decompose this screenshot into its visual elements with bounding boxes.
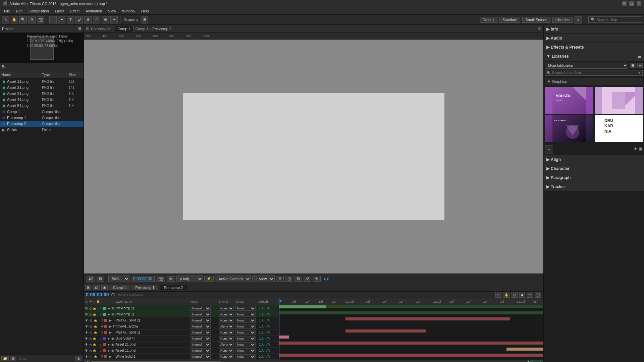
timeline-select-btn[interactable]: ↖ <box>495 292 501 298</box>
library-eye-btn[interactable]: 👁 <box>634 147 637 151</box>
tab-precomp2[interactable]: Pre-comp 2 <box>160 285 187 290</box>
parent-select[interactable]: None <box>235 342 256 347</box>
lock-icon[interactable]: 🔒 <box>93 343 96 347</box>
library-delete-btn[interactable]: 🗑 <box>639 146 643 151</box>
timeline-move-btn[interactable]: ✋ <box>503 292 510 298</box>
parent-select[interactable]: None <box>235 324 256 329</box>
track-select[interactable]: None <box>219 348 234 353</box>
lock-icon[interactable]: 🔒 <box>93 318 97 322</box>
mode-select[interactable]: Normal <box>191 336 211 341</box>
track-select[interactable]: None <box>219 336 234 341</box>
eraser-tool[interactable]: ◻ <box>93 16 100 23</box>
timeline-home-btn[interactable]: ⊞ <box>85 285 91 290</box>
lock-icon[interactable]: 🔒 <box>93 337 96 341</box>
expand-icon[interactable]: ▶ <box>108 355 112 359</box>
expand-icon[interactable]: ▶ <box>107 337 111 341</box>
expand-icon[interactable]: ▶ <box>108 330 112 335</box>
library-add-btn[interactable]: + <box>545 145 553 154</box>
expand-icon[interactable]: ▶ <box>108 318 112 322</box>
paragraph-title[interactable]: ▶ Paragraph <box>544 173 644 182</box>
pixel-aspect-btn[interactable]: ⊟ <box>294 276 302 282</box>
tracker-title[interactable]: ▶ Tracker <box>544 182 644 191</box>
layer-name[interactable]: [Pale G.. Solid 2] <box>115 318 191 322</box>
eye-icon[interactable]: 👁 <box>85 324 89 328</box>
expand-icon[interactable]: ▶ <box>107 312 111 316</box>
pen-tool[interactable]: ✒ <box>58 16 65 23</box>
mode-select[interactable]: Normal <box>191 330 211 335</box>
menu-layer[interactable]: Layer <box>52 8 67 14</box>
unified-camera[interactable]: 📷 <box>37 16 44 23</box>
info-title[interactable]: ▶ Info <box>544 25 644 34</box>
zoom-select[interactable]: 50%25%100% <box>108 276 129 282</box>
window-controls[interactable]: ─ □ ✕ <box>622 1 641 6</box>
list-item[interactable]: ▣ Asset 11.png PNG file 181 <box>0 78 84 84</box>
layer-name[interactable]: [Blue Solid 4] <box>115 337 191 340</box>
mode-select[interactable]: Normal <box>191 306 211 311</box>
workspace-libraries[interactable]: Libraries <box>552 17 573 23</box>
solo-icon[interactable]: ◎ <box>89 337 92 341</box>
library-thumbnail[interactable]: DRU KAR NIA <box>595 115 643 142</box>
snapping-toggle[interactable]: ⊞ <box>141 16 148 23</box>
tab-comp1[interactable]: Comp 1 <box>109 285 130 290</box>
new-folder-btn[interactable]: 📁 <box>1 356 9 361</box>
libraries-menu-btn[interactable]: ☰ <box>638 54 641 59</box>
character-title[interactable]: ▶ Character <box>544 164 644 173</box>
playback-settings-btn[interactable]: ⊙ <box>111 292 115 297</box>
mode-select[interactable]: Normal <box>191 348 211 353</box>
parent-select[interactable]: None <box>235 354 256 359</box>
expand-icon[interactable]: ▶ <box>107 306 111 310</box>
maximize-button[interactable]: □ <box>629 1 634 6</box>
snapshot-btn[interactable]: 📷 <box>156 276 165 282</box>
solo-icon[interactable]: ◎ <box>89 349 92 353</box>
timeline-zoom-in[interactable]: + <box>538 360 543 362</box>
library-list-btn[interactable]: ≡ <box>637 63 643 68</box>
list-item[interactable]: ▣ Asset 21.png PNG file 141 <box>0 84 84 90</box>
eye-icon[interactable]: 👁 <box>85 306 88 310</box>
menu-edit[interactable]: Edit <box>13 8 25 14</box>
tab-precomp1[interactable]: Pre-comp 1 <box>131 285 159 290</box>
stock-search-dropdown[interactable]: ▼ <box>638 71 641 75</box>
transparency-btn[interactable]: ◫ <box>285 276 293 282</box>
lock-icon[interactable]: 🔒 <box>93 349 96 353</box>
timeline-scrollbar[interactable]: ◀ ▶ − + <box>84 360 543 362</box>
mode-select[interactable]: Normal <box>191 318 211 323</box>
viewer-tab-comp1[interactable]: Comp 1 <box>115 26 133 32</box>
layer-name[interactable]: [Pre-comp 2] <box>115 306 191 310</box>
track-select[interactable]: AlphaNone <box>219 342 234 347</box>
solo-icon[interactable]: ◎ <box>89 306 92 310</box>
workspace-expand[interactable]: » <box>575 16 582 23</box>
solo-icon[interactable]: ◎ <box>89 355 93 359</box>
mode-select[interactable]: Normal <box>191 354 211 359</box>
clone-tool[interactable]: ⊕ <box>84 16 92 23</box>
list-item[interactable]: ⊞ Pre-comp 2 Composition <box>0 121 84 127</box>
audio-title[interactable]: ▶ Audio <box>544 34 644 43</box>
eye-icon[interactable]: 👁 <box>85 355 89 359</box>
library-select[interactable]: Moja biblioteka <box>545 62 628 69</box>
menu-effect[interactable]: Effect <box>67 8 82 14</box>
workspace-standard[interactable]: Standard <box>499 17 521 23</box>
expand-icon[interactable]: ▶ <box>108 324 112 328</box>
close-button[interactable]: ✕ <box>637 1 641 6</box>
delete-item-btn[interactable]: 🗑 <box>75 356 82 361</box>
parent-select[interactable]: None <box>235 318 256 323</box>
track-select[interactable]: None <box>219 354 234 359</box>
list-item[interactable]: ⊞ Comp 1 Composition <box>0 109 84 115</box>
parent-select[interactable]: None <box>235 330 256 335</box>
roto-tool[interactable]: ⊗ <box>102 16 109 23</box>
track-select[interactable]: None <box>219 318 234 323</box>
scroll-right-btn[interactable]: ▶ <box>527 360 533 362</box>
menu-animation[interactable]: Animation <box>83 8 105 14</box>
align-title[interactable]: ▶ Align <box>544 155 644 164</box>
timeline-expr-btn[interactable]: {}) <box>535 292 541 298</box>
solo-icon[interactable]: ◎ <box>89 324 93 328</box>
timeline-zoom-out[interactable]: − <box>533 360 538 362</box>
project-menu-icon[interactable]: ☰ <box>78 26 82 31</box>
scroll-thumb[interactable] <box>91 361 221 362</box>
track-select[interactable]: None <box>219 312 234 317</box>
parent-select[interactable]: None <box>235 336 256 341</box>
list-item[interactable]: ⊞ Pre-comp 1 Composition <box>0 115 84 121</box>
library-view-btn[interactable]: ⊞ <box>630 63 636 68</box>
views-select[interactable]: 1 View <box>252 276 275 282</box>
parent-select[interactable]: None <box>235 312 256 317</box>
layer-name[interactable]: [Asset 21.png] <box>115 343 191 346</box>
